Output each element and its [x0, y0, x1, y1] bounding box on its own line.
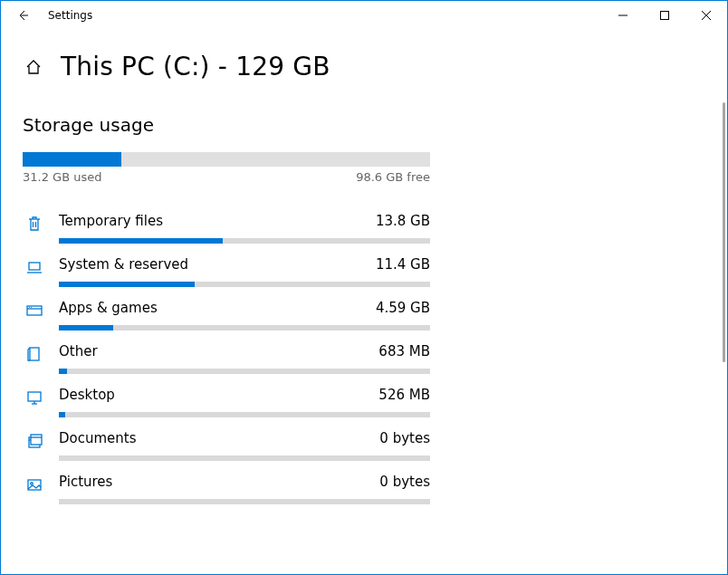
svg-point-4 [31, 307, 32, 308]
svg-point-3 [29, 307, 30, 308]
monitor-icon [23, 387, 46, 417]
other-icon [23, 343, 46, 374]
category-item[interactable]: Desktop 526 MB [23, 378, 430, 421]
category-bar-fill [59, 369, 67, 374]
minimize-button[interactable] [602, 1, 644, 30]
back-arrow-icon [15, 8, 30, 23]
category-list: Temporary files 13.8 GB System & reserve… [23, 204, 430, 508]
close-icon [702, 11, 711, 20]
category-value: 0 bytes [379, 474, 430, 490]
category-item[interactable]: System & reserved 11.4 GB [23, 247, 430, 291]
section-title: Storage usage [23, 114, 430, 136]
category-name: Other [59, 343, 98, 359]
back-button[interactable] [6, 1, 39, 30]
category-bar-fill [59, 412, 65, 417]
svg-rect-5 [30, 348, 39, 360]
apps-icon [23, 300, 46, 331]
title-bar: Settings [1, 1, 727, 30]
svg-rect-0 [661, 12, 669, 20]
category-name: Temporary files [59, 213, 163, 229]
svg-rect-1 [29, 263, 40, 270]
category-name: Pictures [59, 474, 112, 490]
category-value: 13.8 GB [376, 213, 430, 229]
svg-point-10 [31, 483, 34, 485]
category-bar [59, 238, 430, 244]
category-body: Other 683 MB [59, 343, 430, 374]
content-area: This PC (C:) - 129 GB Storage usage 31.2… [1, 30, 727, 574]
category-body: Desktop 526 MB [59, 387, 430, 417]
page-title: This PC (C:) - 129 GB [61, 52, 330, 81]
category-body: Pictures 0 bytes [59, 474, 430, 504]
category-bar [59, 455, 430, 461]
category-body: Documents 0 bytes [59, 430, 430, 461]
category-bar [59, 369, 430, 374]
trash-icon [23, 213, 46, 244]
maximize-icon [660, 11, 669, 20]
storage-total-labels: 31.2 GB used 98.6 GB free [23, 170, 430, 184]
storage-used-label: 31.2 GB used [23, 170, 101, 184]
category-bar-fill [59, 325, 113, 331]
window-controls [602, 1, 727, 30]
window-title: Settings [39, 9, 92, 22]
storage-free-label: 98.6 GB free [356, 170, 430, 184]
scrollbar-thumb[interactable] [723, 102, 725, 362]
category-value: 526 MB [378, 387, 430, 403]
category-bar-fill [59, 238, 223, 244]
storage-total-bar [23, 152, 430, 167]
minimize-icon [618, 11, 627, 20]
scrollbar[interactable] [722, 102, 727, 574]
document-icon [23, 430, 46, 461]
category-name: System & reserved [59, 256, 188, 273]
home-icon [24, 58, 43, 76]
category-bar-fill [59, 282, 195, 287]
svg-rect-8 [31, 435, 42, 445]
home-button[interactable] [23, 56, 44, 78]
page-header: This PC (C:) - 129 GB [23, 52, 705, 81]
svg-rect-6 [28, 392, 41, 401]
category-value: 0 bytes [379, 430, 430, 446]
category-item[interactable]: Apps & games 4.59 GB [23, 291, 430, 334]
category-value: 4.59 GB [376, 300, 430, 316]
category-body: System & reserved 11.4 GB [59, 256, 430, 287]
category-bar [59, 499, 430, 504]
category-item[interactable]: Other 683 MB [23, 334, 430, 378]
category-name: Documents [59, 430, 137, 446]
category-name: Desktop [59, 387, 115, 403]
category-value: 683 MB [378, 343, 430, 359]
category-item[interactable]: Temporary files 13.8 GB [23, 204, 430, 247]
category-value: 11.4 GB [376, 256, 430, 273]
maximize-button[interactable] [644, 1, 685, 30]
category-bar [59, 325, 430, 331]
category-bar [59, 282, 430, 287]
category-item[interactable]: Documents 0 bytes [23, 421, 430, 465]
storage-total-fill [23, 152, 121, 167]
close-button[interactable] [685, 1, 727, 30]
category-item[interactable]: Pictures 0 bytes [23, 465, 430, 508]
category-body: Temporary files 13.8 GB [59, 213, 430, 244]
category-bar [59, 412, 430, 417]
category-name: Apps & games [59, 300, 158, 316]
picture-icon [23, 474, 46, 504]
category-body: Apps & games 4.59 GB [59, 300, 430, 331]
laptop-icon [23, 256, 46, 287]
